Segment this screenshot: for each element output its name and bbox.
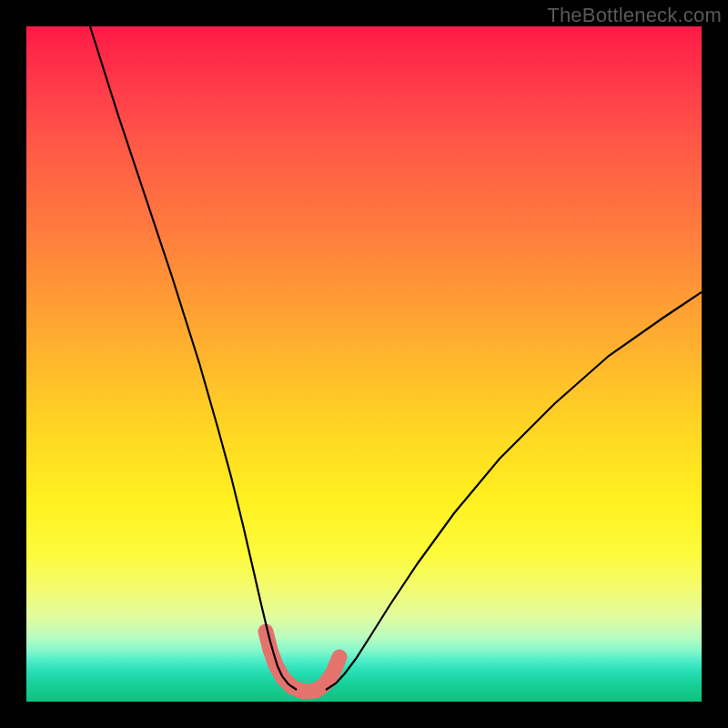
right-curve-line xyxy=(326,292,702,690)
curve-overlay xyxy=(26,26,702,702)
chart-frame: TheBottleneck.com xyxy=(0,0,728,728)
plot-area xyxy=(26,26,702,702)
left-curve-line xyxy=(90,26,297,690)
watermark-label: TheBottleneck.com xyxy=(547,4,722,27)
